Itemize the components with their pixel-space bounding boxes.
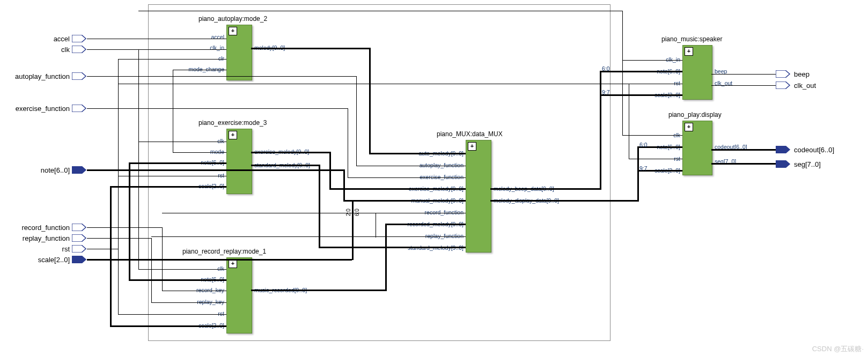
wire	[629, 159, 682, 159]
svg-marker-2	[72, 72, 86, 80]
wire	[162, 213, 466, 213]
input-port-rst	[72, 245, 87, 253]
block-display[interactable]: +	[682, 121, 712, 175]
bus	[129, 279, 226, 281]
input-label-exercise-function: exercise_function	[0, 105, 70, 113]
output-port-codeout	[776, 146, 791, 153]
bus	[637, 146, 639, 202]
wire	[138, 142, 226, 142]
bus	[343, 169, 345, 201]
svg-marker-10	[776, 81, 790, 89]
block-exercise[interactable]: +	[226, 129, 252, 194]
schematic-canvas[interactable]: accel clk autoplay_function exercise_fun…	[0, 0, 868, 356]
wire	[173, 70, 173, 152]
svg-marker-4	[72, 166, 86, 174]
wire	[118, 84, 682, 84]
expand-icon[interactable]: +	[685, 123, 693, 131]
wire	[622, 60, 682, 61]
svg-marker-1	[72, 46, 86, 53]
bus	[711, 149, 776, 151]
block-title-speaker: piano_music:speaker	[661, 35, 722, 43]
bus	[490, 188, 601, 190]
port-autoplay-accel: accel	[177, 34, 224, 40]
svg-marker-12	[776, 160, 790, 168]
bus	[600, 71, 601, 190]
bus	[251, 165, 320, 166]
input-port-clk	[72, 46, 87, 53]
bus	[87, 259, 112, 261]
input-label-replay-function: replay_function	[0, 234, 70, 242]
block-title-record: piano_record_replay:mode_1	[182, 248, 266, 255]
port-exercise-rst: rst	[177, 172, 224, 179]
output-label-clk-out: clk_out	[794, 81, 816, 90]
output-port-beep	[776, 70, 791, 78]
bus	[369, 48, 371, 154]
wire	[162, 291, 226, 291]
bus	[129, 169, 343, 171]
input-label-autoplay-function: autoplay_function	[0, 72, 70, 80]
input-label-accel: accel	[16, 35, 70, 43]
expand-icon[interactable]: +	[229, 131, 237, 139]
bus	[110, 259, 352, 261]
input-port-accel	[72, 35, 87, 42]
wire	[348, 177, 466, 178]
bus	[129, 162, 130, 280]
svg-marker-6	[72, 234, 86, 242]
wire	[711, 85, 776, 86]
port-record-rst: rst	[177, 310, 224, 317]
port-speaker-rst: rst	[633, 80, 680, 86]
output-label-seg: seg[7..0]	[794, 160, 821, 168]
bus	[110, 186, 112, 327]
bus	[600, 94, 682, 96]
port-autoplay-clkin: clk_in	[177, 44, 224, 51]
expand-icon[interactable]: +	[229, 27, 237, 35]
bus	[251, 152, 330, 153]
block-title-autoplay: piano_autoplay:mode_2	[198, 15, 267, 23]
svg-marker-8	[72, 256, 86, 263]
block-record[interactable]: +	[226, 257, 252, 333]
input-port-note	[72, 166, 87, 174]
wire	[173, 152, 226, 153]
input-port-replay-function	[72, 234, 87, 242]
wire	[118, 176, 226, 176]
block-speaker[interactable]: +	[682, 45, 712, 100]
expand-icon[interactable]: +	[229, 259, 237, 268]
port-mux-1: autoplay_function	[386, 162, 464, 168]
wire	[356, 166, 466, 166]
block-title-exercise: piano_exercise:mode_3	[198, 119, 267, 127]
bus-label: 9:7	[602, 89, 610, 95]
bus	[369, 153, 466, 154]
wire	[87, 76, 356, 77]
port-record-recordkey: record_key	[177, 287, 224, 293]
bus-label: 2:0	[345, 209, 351, 216]
wire	[622, 11, 623, 135]
bus-label: 9:7	[639, 165, 648, 172]
bus-label: 6:0	[354, 209, 360, 216]
input-port-scale	[72, 256, 87, 263]
input-port-record-function	[72, 224, 87, 231]
svg-marker-3	[72, 105, 86, 112]
block-autoplay[interactable]: +	[226, 25, 252, 80]
port-mux-5: record_function	[386, 209, 464, 216]
watermark: CSDN @五碳糖·	[812, 344, 864, 354]
bus-label: 6:0	[639, 142, 648, 148]
block-mux[interactable]: +	[466, 140, 491, 253]
bus	[251, 48, 370, 49]
wire	[151, 236, 466, 237]
wire	[138, 49, 139, 269]
expand-icon[interactable]: +	[468, 142, 476, 151]
bus	[343, 200, 466, 202]
bus	[711, 163, 776, 165]
input-port-exercise-function	[72, 105, 87, 112]
wire	[711, 74, 776, 75]
bus	[319, 247, 466, 248]
wire	[151, 302, 226, 303]
wire	[87, 108, 348, 109]
expand-icon[interactable]: +	[685, 47, 693, 56]
wire	[87, 249, 118, 249]
wire	[87, 227, 162, 228]
wire	[87, 238, 151, 239]
input-label-record-function: record_function	[0, 224, 70, 232]
bus	[251, 290, 386, 291]
bus	[129, 162, 226, 164]
